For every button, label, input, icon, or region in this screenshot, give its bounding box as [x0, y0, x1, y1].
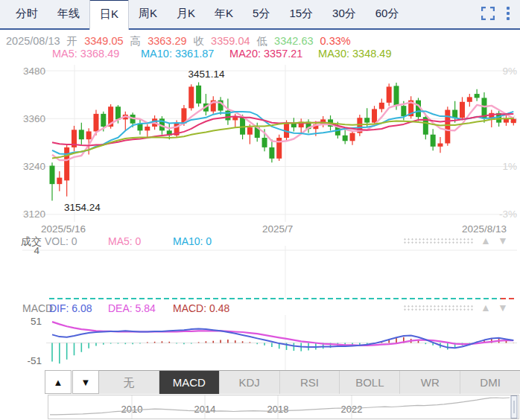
- macd-divider-dashed: [49, 298, 501, 299]
- svg-text:3120: 3120: [23, 209, 45, 220]
- indicator-tab-DMI[interactable]: DMI: [460, 371, 520, 394]
- volume-expand-icon[interactable]: ▼: [498, 235, 508, 246]
- x-label-middle: 2025/7: [262, 223, 293, 235]
- macd-dea: DEA: 5.84: [108, 302, 156, 314]
- kline-period-tabs: 分时年线日K周K月K年K5分15分30分60分: [0, 0, 408, 28]
- toolbar-icons: [481, 0, 520, 28]
- period-tab-分时[interactable]: 分时: [6, 0, 48, 28]
- ma30-legend: MA30: 3348.49: [318, 48, 404, 60]
- volume-collapse-icon[interactable]: ▲: [481, 235, 491, 246]
- svg-text:3480: 3480: [23, 66, 45, 77]
- svg-text:1%: 1%: [502, 161, 517, 172]
- ma-legend: MA5: 3368.49 MA10: 3361.87 MA20: 3357.21…: [52, 48, 404, 60]
- volume-drag-handle[interactable]: [403, 238, 474, 244]
- period-tab-60分[interactable]: 60分: [366, 0, 409, 28]
- period-tab-月K[interactable]: 月K: [167, 0, 205, 28]
- fullscreen-icon[interactable]: [481, 7, 495, 20]
- indicator-down-button[interactable]: ▼: [72, 370, 99, 394]
- indicator-tab-RSI[interactable]: RSI: [280, 371, 340, 394]
- period-tab-15分[interactable]: 15分: [279, 0, 323, 28]
- macd-collapse-icon[interactable]: ▲: [481, 302, 491, 314]
- ma10-legend: MA10: 3361.87: [141, 48, 226, 60]
- ma5-legend: MA5: 3368.49: [52, 48, 138, 60]
- history-minimap[interactable]: 2010201420182022: [48, 395, 519, 419]
- period-tab-年K[interactable]: 年K: [205, 0, 243, 28]
- svg-text:51: 51: [31, 316, 42, 327]
- svg-text:3240: 3240: [23, 161, 45, 172]
- indicator-tab-WR[interactable]: WR: [400, 371, 460, 394]
- volume-chart[interactable]: 4: [0, 246, 520, 298]
- svg-text:2010: 2010: [121, 404, 143, 415]
- open-value: 3349.05: [84, 35, 123, 47]
- period-tab-年线[interactable]: 年线: [48, 0, 89, 28]
- indicator-up-button[interactable]: ▲: [45, 370, 72, 394]
- ohlc-date: 2025/08/13: [6, 35, 60, 47]
- period-toolbar: 分时年线日K周K月K年K5分15分30分60分: [0, 0, 520, 30]
- period-tab-周K[interactable]: 周K: [129, 0, 167, 28]
- indicator-tab-MACD[interactable]: MACD: [159, 371, 220, 394]
- macd-drag-handle[interactable]: [403, 305, 474, 311]
- svg-text:-51: -51: [27, 355, 42, 366]
- low-value: 3342.63: [274, 35, 313, 47]
- high-value: 3363.29: [148, 35, 186, 47]
- svg-text:4: 4: [34, 246, 39, 256]
- x-label-end: 2025/8/13: [462, 223, 507, 235]
- period-tab-30分[interactable]: 30分: [323, 0, 366, 28]
- macd-chart[interactable]: 51-51: [0, 315, 520, 370]
- x-label-start: 2025/5/16: [41, 223, 86, 235]
- svg-text:3154.24: 3154.24: [64, 202, 101, 213]
- open-label: 开: [67, 35, 78, 47]
- macd-value: MACD: 0.48: [173, 302, 229, 314]
- high-label: 高: [130, 35, 142, 47]
- low-label: 低: [257, 35, 268, 47]
- period-tab-5分[interactable]: 5分: [243, 0, 279, 28]
- ma20-legend: MA20: 3357.21: [229, 48, 315, 60]
- indicator-tab-无[interactable]: 无: [99, 371, 159, 394]
- candlestick-chart[interactable]: 34803360324031209%5%1%-3%3451.143154.24: [0, 63, 520, 223]
- svg-text:2022: 2022: [341, 404, 363, 415]
- close-label: 收: [194, 35, 205, 47]
- ohlc-legend: 2025/08/13 开 3349.05 高 3363.29 收 3359.04…: [6, 34, 355, 48]
- svg-text:3360: 3360: [23, 113, 45, 124]
- svg-text:3451.14: 3451.14: [188, 69, 225, 80]
- indicator-tab-KDJ[interactable]: KDJ: [220, 371, 280, 394]
- macd-expand-icon[interactable]: ▼: [498, 302, 508, 314]
- svg-text:9%: 9%: [502, 66, 517, 77]
- close-value: 3359.04: [211, 35, 250, 47]
- macd-divider-dashed-end: [501, 298, 516, 299]
- svg-text:2018: 2018: [267, 404, 289, 415]
- period-tab-日K[interactable]: 日K: [89, 0, 129, 30]
- macd-dif: DIF: 6.08: [49, 302, 92, 314]
- svg-text:-3%: -3%: [499, 209, 517, 220]
- change-percent: 0.33%: [320, 35, 351, 47]
- more-options-icon[interactable]: [507, 7, 510, 20]
- indicator-tabs: 无MACDKDJRSIBOLLWRDMI: [99, 370, 520, 394]
- indicator-tab-BOLL[interactable]: BOLL: [340, 371, 400, 394]
- svg-text:2014: 2014: [194, 404, 216, 415]
